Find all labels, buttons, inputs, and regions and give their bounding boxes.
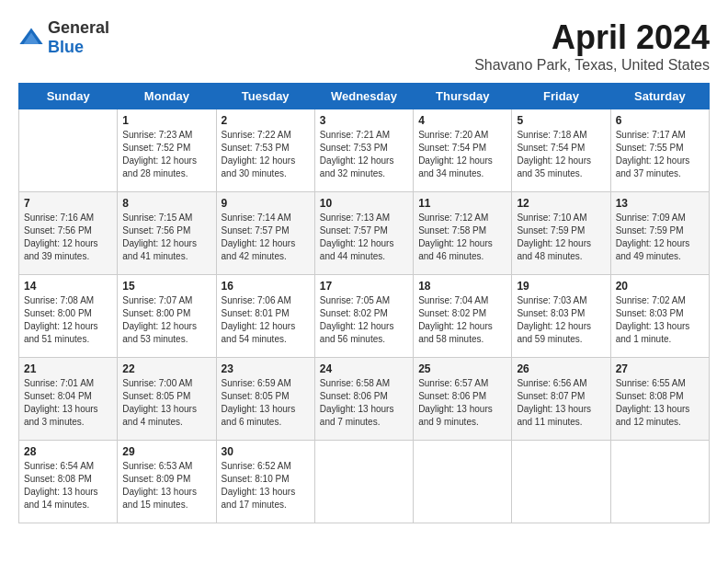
main-title: April 2024 <box>474 18 710 57</box>
calendar-cell: 16 Sunrise: 7:06 AMSunset: 8:01 PMDaylig… <box>216 275 314 358</box>
calendar-cell: 4 Sunrise: 7:20 AMSunset: 7:54 PMDayligh… <box>414 109 512 192</box>
day-info: Sunrise: 7:17 AMSunset: 7:55 PMDaylight:… <box>616 130 690 178</box>
calendar-cell <box>512 441 610 523</box>
day-number: 8 <box>122 197 210 210</box>
calendar-cell: 18 Sunrise: 7:04 AMSunset: 8:02 PMDaylig… <box>414 275 512 358</box>
subtitle: Shavano Park, Texas, United States <box>474 57 710 74</box>
day-number: 30 <box>222 445 310 458</box>
day-number: 4 <box>418 114 506 127</box>
calendar-cell: 26 Sunrise: 6:56 AMSunset: 8:07 PMDaylig… <box>512 358 610 441</box>
calendar-cell: 3 Sunrise: 7:21 AMSunset: 7:53 PMDayligh… <box>314 109 413 192</box>
day-number: 28 <box>24 445 112 458</box>
calendar-week-3: 14 Sunrise: 7:08 AMSunset: 8:00 PMDaylig… <box>19 275 710 358</box>
logo: General Blue <box>18 18 109 57</box>
day-info: Sunrise: 7:00 AMSunset: 8:05 PMDaylight:… <box>122 378 197 427</box>
header-wednesday: Wednesday <box>314 84 413 109</box>
calendar-cell: 5 Sunrise: 7:18 AMSunset: 7:54 PMDayligh… <box>512 109 610 192</box>
calendar-week-5: 28 Sunrise: 6:54 AMSunset: 8:08 PMDaylig… <box>19 441 710 523</box>
calendar-cell: 24 Sunrise: 6:58 AMSunset: 8:06 PMDaylig… <box>314 358 413 441</box>
logo-icon <box>18 25 44 51</box>
calendar-cell: 30 Sunrise: 6:52 AMSunset: 8:10 PMDaylig… <box>216 441 314 523</box>
logo-blue: Blue <box>48 38 84 56</box>
day-number: 25 <box>418 362 506 375</box>
day-number: 29 <box>122 445 210 458</box>
calendar-cell <box>414 441 512 523</box>
calendar-cell <box>19 109 118 192</box>
calendar-cell: 6 Sunrise: 7:17 AMSunset: 7:55 PMDayligh… <box>610 109 709 192</box>
day-info: Sunrise: 6:55 AMSunset: 8:08 PMDaylight:… <box>616 378 690 427</box>
calendar-cell: 13 Sunrise: 7:09 AMSunset: 7:59 PMDaylig… <box>610 192 709 275</box>
day-number: 9 <box>222 197 310 210</box>
calendar-cell: 1 Sunrise: 7:23 AMSunset: 7:52 PMDayligh… <box>118 109 216 192</box>
calendar-week-2: 7 Sunrise: 7:16 AMSunset: 7:56 PMDayligh… <box>19 192 710 275</box>
day-info: Sunrise: 6:52 AMSunset: 8:10 PMDaylight:… <box>222 461 296 510</box>
day-info: Sunrise: 7:02 AMSunset: 8:03 PMDaylight:… <box>616 295 690 344</box>
calendar-cell: 27 Sunrise: 6:55 AMSunset: 8:08 PMDaylig… <box>610 358 709 441</box>
day-info: Sunrise: 7:09 AMSunset: 7:59 PMDaylight:… <box>616 213 690 261</box>
day-info: Sunrise: 7:07 AMSunset: 8:00 PMDaylight:… <box>122 295 197 344</box>
calendar-cell: 8 Sunrise: 7:15 AMSunset: 7:56 PMDayligh… <box>118 192 216 275</box>
day-info: Sunrise: 6:53 AMSunset: 8:09 PMDaylight:… <box>122 461 197 510</box>
calendar-cell: 11 Sunrise: 7:12 AMSunset: 7:58 PMDaylig… <box>414 192 512 275</box>
logo-text: General Blue <box>48 18 109 57</box>
day-info: Sunrise: 7:13 AMSunset: 7:57 PMDaylight:… <box>320 213 394 261</box>
day-info: Sunrise: 7:23 AMSunset: 7:52 PMDaylight:… <box>122 130 197 178</box>
calendar-cell: 12 Sunrise: 7:10 AMSunset: 7:59 PMDaylig… <box>512 192 610 275</box>
day-info: Sunrise: 7:06 AMSunset: 8:01 PMDaylight:… <box>222 295 296 344</box>
page-header: General Blue April 2024 Shavano Park, Te… <box>18 18 710 74</box>
calendar-header: Sunday Monday Tuesday Wednesday Thursday… <box>19 84 710 109</box>
day-info: Sunrise: 7:14 AMSunset: 7:57 PMDaylight:… <box>222 213 296 261</box>
day-info: Sunrise: 6:54 AMSunset: 8:08 PMDaylight:… <box>24 461 98 510</box>
header-thursday: Thursday <box>414 84 512 109</box>
day-number: 20 <box>616 280 704 293</box>
day-number: 27 <box>616 362 704 375</box>
day-number: 7 <box>24 197 112 210</box>
day-number: 10 <box>320 197 408 210</box>
calendar-body: 1 Sunrise: 7:23 AMSunset: 7:52 PMDayligh… <box>19 109 710 523</box>
day-info: Sunrise: 7:22 AMSunset: 7:53 PMDaylight:… <box>222 130 296 178</box>
day-number: 1 <box>122 114 210 127</box>
day-info: Sunrise: 7:10 AMSunset: 7:59 PMDaylight:… <box>517 213 591 261</box>
calendar-week-1: 1 Sunrise: 7:23 AMSunset: 7:52 PMDayligh… <box>19 109 710 192</box>
day-info: Sunrise: 6:59 AMSunset: 8:05 PMDaylight:… <box>222 378 296 427</box>
day-info: Sunrise: 7:15 AMSunset: 7:56 PMDaylight:… <box>122 213 197 261</box>
day-info: Sunrise: 7:16 AMSunset: 7:56 PMDaylight:… <box>24 213 98 261</box>
calendar-cell <box>314 441 413 523</box>
day-info: Sunrise: 7:08 AMSunset: 8:00 PMDaylight:… <box>24 295 98 344</box>
day-info: Sunrise: 7:03 AMSunset: 8:03 PMDaylight:… <box>517 295 591 344</box>
day-info: Sunrise: 7:01 AMSunset: 8:04 PMDaylight:… <box>24 378 98 427</box>
header-friday: Friday <box>512 84 610 109</box>
day-info: Sunrise: 6:57 AMSunset: 8:06 PMDaylight:… <box>418 378 493 427</box>
calendar-cell: 10 Sunrise: 7:13 AMSunset: 7:57 PMDaylig… <box>314 192 413 275</box>
day-number: 26 <box>517 362 605 375</box>
calendar-cell: 19 Sunrise: 7:03 AMSunset: 8:03 PMDaylig… <box>512 275 610 358</box>
logo-general: General <box>48 18 109 37</box>
calendar-week-4: 21 Sunrise: 7:01 AMSunset: 8:04 PMDaylig… <box>19 358 710 441</box>
calendar-cell: 29 Sunrise: 6:53 AMSunset: 8:09 PMDaylig… <box>118 441 216 523</box>
calendar-cell: 9 Sunrise: 7:14 AMSunset: 7:57 PMDayligh… <box>216 192 314 275</box>
calendar-cell: 14 Sunrise: 7:08 AMSunset: 8:00 PMDaylig… <box>19 275 118 358</box>
day-number: 17 <box>320 280 408 293</box>
calendar-cell: 7 Sunrise: 7:16 AMSunset: 7:56 PMDayligh… <box>19 192 118 275</box>
calendar-cell: 20 Sunrise: 7:02 AMSunset: 8:03 PMDaylig… <box>610 275 709 358</box>
day-info: Sunrise: 7:04 AMSunset: 8:02 PMDaylight:… <box>418 295 493 344</box>
day-info: Sunrise: 6:58 AMSunset: 8:06 PMDaylight:… <box>320 378 394 427</box>
header-tuesday: Tuesday <box>216 84 314 109</box>
header-row: Sunday Monday Tuesday Wednesday Thursday… <box>19 84 710 109</box>
day-number: 14 <box>24 280 112 293</box>
day-number: 24 <box>320 362 408 375</box>
day-number: 23 <box>222 362 310 375</box>
day-info: Sunrise: 7:20 AMSunset: 7:54 PMDaylight:… <box>418 130 493 178</box>
day-number: 11 <box>418 197 506 210</box>
calendar-cell: 21 Sunrise: 7:01 AMSunset: 8:04 PMDaylig… <box>19 358 118 441</box>
calendar-cell: 17 Sunrise: 7:05 AMSunset: 8:02 PMDaylig… <box>314 275 413 358</box>
day-number: 15 <box>122 280 210 293</box>
header-monday: Monday <box>118 84 216 109</box>
calendar-cell: 2 Sunrise: 7:22 AMSunset: 7:53 PMDayligh… <box>216 109 314 192</box>
calendar-cell: 15 Sunrise: 7:07 AMSunset: 8:00 PMDaylig… <box>118 275 216 358</box>
day-info: Sunrise: 7:21 AMSunset: 7:53 PMDaylight:… <box>320 130 394 178</box>
calendar-table: Sunday Monday Tuesday Wednesday Thursday… <box>18 83 710 523</box>
day-number: 22 <box>122 362 210 375</box>
day-number: 19 <box>517 280 605 293</box>
header-saturday: Saturday <box>610 84 709 109</box>
